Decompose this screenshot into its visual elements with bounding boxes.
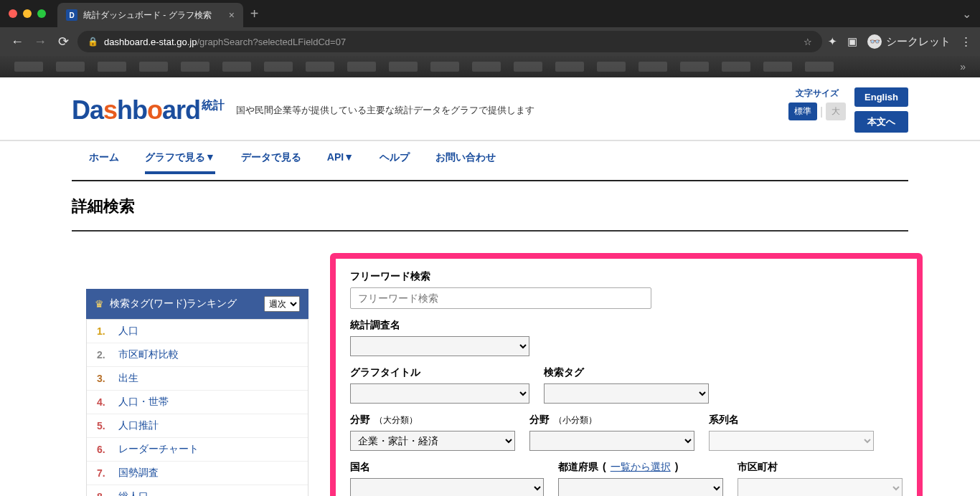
field-minor-label: 分野（小分類）: [529, 414, 694, 426]
window-controls: [9, 9, 46, 18]
browser-chrome: D 統計ダッシュボード - グラフ検索 × + ⌄ ← → ⟳ 🔒 dashbo…: [0, 0, 980, 77]
reload-button[interactable]: ⟳: [55, 34, 72, 49]
ranking-item[interactable]: 6.レーダーチャート: [87, 438, 308, 462]
bookmark-item[interactable]: [722, 62, 750, 72]
bookmarks-overflow-icon[interactable]: »: [960, 61, 966, 72]
font-normal-button[interactable]: 標準: [788, 102, 817, 120]
freeword-input[interactable]: [350, 287, 651, 309]
bookmark-item[interactable]: [14, 62, 43, 72]
graph-title-label: グラフタイトル: [350, 366, 529, 379]
site-logo[interactable]: Dashboard 統計: [72, 95, 225, 125]
site-header: Dashboard 統計 国や民間企業等が提供している主要な統計データをグラフで…: [0, 77, 980, 141]
bookmark-item[interactable]: [264, 62, 293, 72]
tabs-dropdown-icon[interactable]: ⌄: [962, 7, 971, 21]
bookmark-item[interactable]: [430, 62, 459, 72]
tab-close-icon[interactable]: ×: [229, 9, 235, 21]
logo-subtitle: 統計: [202, 98, 225, 113]
incognito-icon: 👓: [867, 34, 882, 49]
graph-title-select[interactable]: [350, 383, 529, 404]
separator: |: [820, 105, 823, 118]
url-path: /graphSearch?selectedLFieldCd=07: [197, 37, 346, 47]
ranking-item[interactable]: 4.人口・世帯: [87, 391, 308, 414]
series-label: 系列名: [709, 414, 874, 426]
bookmark-item[interactable]: [347, 62, 376, 72]
ranking-item[interactable]: 7.国勢調査: [87, 462, 308, 485]
ranking-item[interactable]: 2.市区町村比較: [87, 343, 308, 367]
favicon-icon: D: [66, 9, 77, 21]
maximize-window-button[interactable]: [37, 9, 46, 18]
freeword-group: フリーワード検索: [350, 270, 903, 309]
nav-api[interactable]: API▼: [327, 151, 354, 173]
incognito-indicator: 👓 シークレット: [867, 34, 951, 49]
search-tag-label: 検索タグ: [544, 366, 709, 379]
ranking-item[interactable]: 1.人口: [87, 320, 308, 343]
lock-icon: 🔒: [88, 37, 98, 47]
nav-data[interactable]: データで見る: [241, 151, 301, 173]
search-tag-select[interactable]: [544, 383, 709, 404]
forward-button[interactable]: →: [32, 34, 49, 49]
crown-icon: ♛: [95, 298, 104, 310]
bookmark-item[interactable]: [306, 62, 334, 72]
prefecture-select[interactable]: [558, 478, 723, 496]
survey-select[interactable]: [350, 336, 529, 356]
english-button[interactable]: English: [854, 87, 908, 107]
bookmark-star-icon[interactable]: ☆: [804, 37, 812, 47]
page-title-section: 詳細検索: [0, 181, 980, 239]
bookmark-item[interactable]: [56, 62, 85, 72]
nav-graph[interactable]: グラフで見る▼: [145, 151, 215, 174]
ranking-period-select[interactable]: 週次: [264, 296, 300, 312]
browser-tab[interactable]: D 統計ダッシュボード - グラフ検索 ×: [57, 3, 243, 27]
bookmarks-bar: »: [0, 56, 980, 77]
prefecture-list-link[interactable]: 一覧から選択: [611, 461, 671, 474]
survey-group: 統計調査名: [350, 319, 903, 356]
municipality-label: 市区町村: [738, 461, 903, 474]
minimize-window-button[interactable]: [23, 9, 32, 18]
new-tab-button[interactable]: +: [250, 6, 259, 22]
ranking-item[interactable]: 8.総人口: [87, 485, 308, 496]
country-label: 国名: [350, 461, 544, 474]
bookmark-item[interactable]: [472, 62, 501, 72]
bookmark-item[interactable]: [639, 62, 667, 72]
main-nav-wrap: ホーム グラフで見る▼ データで見る API▼ ヘルプ お問い合わせ: [0, 141, 980, 181]
bookmark-item[interactable]: [805, 62, 834, 72]
menu-icon[interactable]: ⋮: [961, 35, 971, 48]
bookmark-item[interactable]: [763, 62, 792, 72]
series-select: [709, 431, 874, 451]
bookmark-item[interactable]: [98, 62, 126, 72]
bookmark-item[interactable]: [555, 62, 584, 72]
bookmark-item[interactable]: [389, 62, 418, 72]
incognito-label: シークレット: [886, 35, 951, 49]
nav-help[interactable]: ヘルプ: [380, 151, 410, 173]
to-main-button[interactable]: 本文へ: [854, 111, 908, 133]
tagline: 国や民間企業等が提供している主要な統計データをグラフで提供します: [236, 104, 534, 117]
page-title: 詳細検索: [72, 196, 908, 232]
panel-icon[interactable]: ▣: [847, 35, 857, 48]
prefecture-label: 都道府県 (一覧から選択): [558, 461, 723, 474]
back-button[interactable]: ←: [9, 34, 26, 49]
ranking-item[interactable]: 5.人口推計: [87, 414, 308, 438]
nav-contact[interactable]: お問い合わせ: [435, 151, 496, 173]
font-large-button[interactable]: 大: [826, 102, 846, 120]
bookmark-item[interactable]: [597, 62, 626, 72]
bookmark-item[interactable]: [222, 62, 251, 72]
ranking-list: 1.人口 2.市区町村比較 3.出生 4.人口・世帯 5.人口推計 6.レーダー…: [86, 319, 308, 496]
country-select[interactable]: [350, 478, 544, 496]
tab-title: 統計ダッシュボード - グラフ検索: [83, 9, 212, 22]
close-window-button[interactable]: [9, 9, 17, 18]
content-area: ♛ 検索タグ(ワード)ランキング 週次 1.人口 2.市区町村比較 3.出生 4…: [0, 239, 980, 496]
bookmark-item[interactable]: [181, 62, 209, 72]
nav-home[interactable]: ホーム: [89, 151, 119, 173]
field-minor-select[interactable]: [529, 431, 694, 451]
page-content: Dashboard 統計 国や民間企業等が提供している主要な統計データをグラフで…: [0, 77, 980, 496]
url-host: dashboard.e-stat.go.jp: [104, 37, 197, 47]
ranking-sidebar: ♛ 検索タグ(ワード)ランキング 週次 1.人口 2.市区町村比較 3.出生 4…: [86, 289, 308, 496]
extensions-icon[interactable]: ✦: [828, 35, 837, 48]
bookmark-item[interactable]: [139, 62, 168, 72]
ranking-title: 検索タグ(ワード)ランキング: [110, 297, 237, 310]
bookmark-item[interactable]: [680, 62, 709, 72]
address-bar[interactable]: 🔒 dashboard.e-stat.go.jp /graphSearch?se…: [77, 31, 822, 52]
field-major-select[interactable]: 企業・家計・経済: [350, 431, 515, 451]
font-size-control: 文字サイズ 標準 | 大: [788, 87, 846, 120]
bookmark-item[interactable]: [514, 62, 542, 72]
ranking-item[interactable]: 3.出生: [87, 367, 308, 391]
